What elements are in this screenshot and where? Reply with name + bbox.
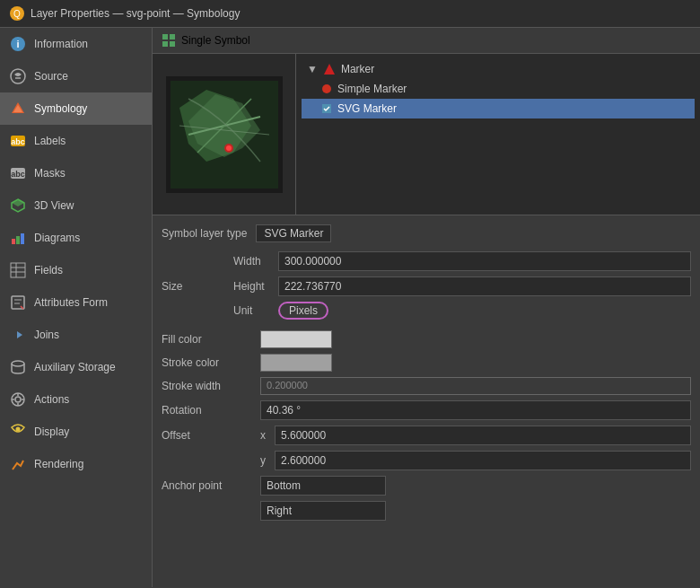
- information-icon: i: [9, 35, 27, 53]
- sidebar-label-diagrams: Diagrams: [34, 232, 80, 244]
- sidebar-item-attributes-form[interactable]: Attributes Form: [0, 286, 152, 319]
- sidebar-label-rendering: Rendering: [34, 458, 83, 470]
- svg-point-42: [226, 145, 232, 151]
- fields-icon: [9, 261, 27, 279]
- unit-value-pixels[interactable]: Pixels: [278, 302, 328, 320]
- sidebar-label-masks: Masks: [34, 167, 66, 180]
- sidebar-label-auxiliary-storage: Auxiliary Storage: [34, 361, 116, 373]
- svg-rect-35: [170, 41, 175, 47]
- svg-point-31: [16, 427, 21, 432]
- svg-rect-32: [162, 34, 168, 39]
- symbol-layer-type-label: Symbol layer type: [162, 227, 247, 240]
- sidebar-item-display[interactable]: Display: [0, 416, 152, 448]
- svg-marker-23: [17, 331, 22, 338]
- anchor-point-right-value[interactable]: Right: [260, 501, 386, 521]
- svg-point-24: [12, 361, 24, 366]
- stroke-color-label: Stroke color: [162, 356, 260, 369]
- source-icon: [9, 67, 27, 85]
- preview-panel: [153, 54, 296, 215]
- stroke-width-value: 0.200000: [260, 377, 691, 395]
- joins-icon: [9, 326, 27, 344]
- svg-marker-12: [12, 199, 24, 206]
- sidebar-label-actions: Actions: [34, 393, 69, 406]
- sidebar-item-joins[interactable]: Joins: [0, 319, 152, 351]
- stroke-width-label: Stroke width: [162, 380, 260, 392]
- width-value: 300.000000: [278, 251, 691, 271]
- content-area: Single Symbol: [153, 28, 700, 587]
- svg-point-26: [15, 397, 21, 402]
- tree-item-svg-marker[interactable]: SVG Marker: [302, 99, 695, 118]
- offset-x-value: 5.600000: [275, 426, 691, 445]
- size-label: Size: [162, 280, 233, 293]
- offset-y-label: y: [260, 454, 275, 467]
- svg-rect-34: [170, 34, 175, 39]
- sidebar-item-diagrams[interactable]: Diagrams: [0, 222, 152, 254]
- sidebar-item-source[interactable]: Source: [0, 60, 152, 92]
- marker-arrow: ▼: [307, 63, 318, 75]
- fill-color-swatch[interactable]: [260, 330, 332, 348]
- sidebar-item-information[interactable]: i Information: [0, 28, 152, 60]
- svg-rect-33: [162, 41, 168, 47]
- title-bar: Q Layer Properties — svg-point — Symbolo…: [0, 0, 700, 28]
- sidebar-item-labels[interactable]: abc Labels: [0, 125, 152, 157]
- auxiliary-storage-icon: [9, 358, 27, 376]
- simple-marker-icon: [321, 83, 332, 94]
- offset-x-row: Offset x 5.600000: [162, 426, 691, 445]
- attributes-form-icon: [9, 294, 27, 312]
- sidebar-label-source: Source: [34, 70, 68, 83]
- sidebar-item-auxiliary-storage[interactable]: Auxiliary Storage: [0, 351, 152, 383]
- svg-rect-14: [16, 236, 20, 244]
- symbol-toolbar-label: Single Symbol: [181, 34, 250, 47]
- rotation-value: 40.36 °: [260, 400, 691, 420]
- anchor-point-label: Anchor point: [162, 479, 260, 492]
- labels-icon: abc: [9, 132, 27, 150]
- svg-text:abc: abc: [11, 137, 25, 146]
- offset-y-row: y 2.600000: [162, 451, 691, 470]
- svg-marker-label: SVG Marker: [337, 102, 397, 115]
- diagrams-icon: [9, 229, 27, 247]
- sidebar: i Information Source Symb: [0, 28, 153, 587]
- sidebar-label-fields: Fields: [34, 264, 63, 276]
- offset-label: Offset: [162, 429, 260, 442]
- sidebar-item-masks[interactable]: abc Masks: [0, 157, 152, 189]
- display-icon: [9, 423, 27, 441]
- width-row: Width 300.000000: [162, 251, 691, 271]
- svg-rect-13: [12, 239, 15, 244]
- main-layout: i Information Source Symb: [0, 28, 700, 587]
- sidebar-label-display: Display: [34, 426, 69, 438]
- fill-color-label: Fill color: [162, 333, 260, 346]
- title-bar-text: Layer Properties — svg-point — Symbology: [31, 7, 240, 20]
- top-symbol-area: ▼ Marker Simple Marker: [153, 54, 700, 215]
- sidebar-item-rendering[interactable]: Rendering: [0, 448, 152, 480]
- sidebar-label-symbology: Symbology: [34, 102, 87, 115]
- svg-text:abc: abc: [11, 170, 25, 179]
- sidebar-item-fields[interactable]: Fields: [0, 254, 152, 286]
- sidebar-item-actions[interactable]: Actions: [0, 383, 152, 416]
- svg-text:Q: Q: [13, 9, 21, 19]
- sidebar-item-symbology[interactable]: Symbology: [0, 92, 152, 125]
- width-sub-label: Width: [233, 255, 278, 268]
- properties-panel: Symbol layer type SVG Marker Width 300.0…: [153, 215, 700, 587]
- rotation-label: Rotation: [162, 404, 260, 417]
- tree-item-simple-marker[interactable]: Simple Marker: [302, 79, 695, 99]
- offset-x-label: x: [260, 429, 275, 442]
- simple-marker-label: Simple Marker: [337, 83, 407, 95]
- symbol-toolbar: Single Symbol: [153, 28, 700, 54]
- sidebar-label-attributes-form: Attributes Form: [34, 296, 108, 309]
- preview-canvas: [166, 76, 283, 193]
- anchor-point-bottom-value[interactable]: Bottom: [260, 476, 386, 496]
- symbol-layer-type-row: Symbol layer type SVG Marker: [162, 224, 691, 242]
- svg-rect-15: [21, 233, 24, 244]
- single-symbol-icon: [162, 33, 176, 48]
- sidebar-item-3dview[interactable]: 3D View: [0, 189, 152, 222]
- tree-item-marker[interactable]: ▼ Marker: [302, 59, 695, 79]
- stroke-color-swatch[interactable]: [260, 354, 332, 372]
- sidebar-label-3dview: 3D View: [34, 199, 74, 212]
- sidebar-label-labels: Labels: [34, 135, 66, 147]
- rotation-row: Rotation 40.36 °: [162, 400, 691, 420]
- offset-y-value: 2.600000: [275, 451, 691, 470]
- fill-color-row: Fill color: [162, 330, 691, 348]
- sidebar-label-joins: Joins: [34, 329, 59, 341]
- symbol-layer-type-value: SVG Marker: [256, 224, 331, 242]
- marker-icon: [323, 63, 336, 75]
